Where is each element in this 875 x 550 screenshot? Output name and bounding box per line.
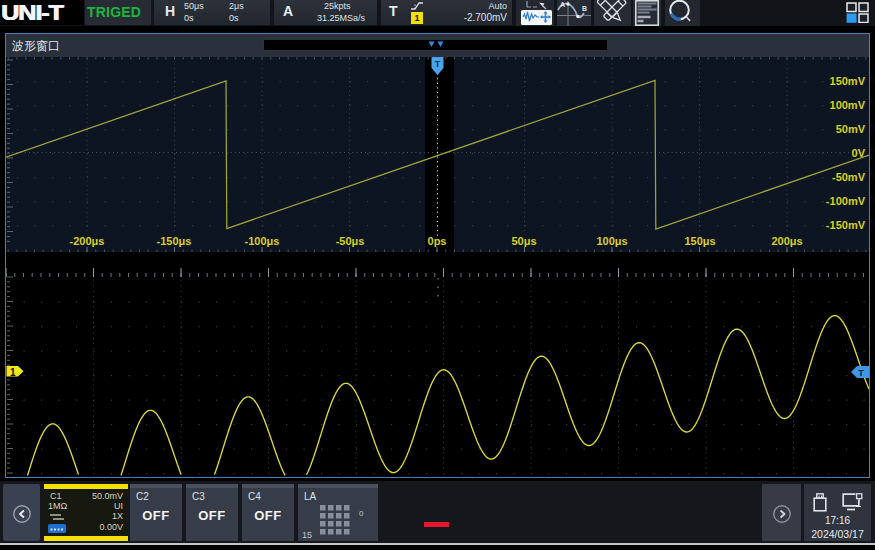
- svg-text:50mV: 50mV: [836, 123, 866, 135]
- svg-text:B: B: [582, 5, 587, 12]
- svg-text:200μs: 200μs: [771, 235, 802, 247]
- svg-text:-200μs: -200μs: [70, 235, 105, 247]
- svg-text:-100mV: -100mV: [826, 195, 866, 207]
- svg-text:-100μs: -100μs: [245, 235, 280, 247]
- svg-text:T: T: [435, 59, 441, 69]
- svg-text:150μs: 150μs: [684, 235, 715, 247]
- svg-text:-150μs: -150μs: [157, 235, 192, 247]
- svg-text:50μs: 50μs: [511, 235, 536, 247]
- svg-text:-50mV: -50mV: [832, 171, 866, 183]
- svg-text:-150mV: -150mV: [826, 219, 866, 231]
- svg-text:-50μs: -50μs: [336, 235, 365, 247]
- svg-text:100μs: 100μs: [596, 235, 627, 247]
- svg-text:0V: 0V: [852, 147, 866, 159]
- svg-text:150mV: 150mV: [830, 75, 866, 87]
- svg-text:1: 1: [10, 367, 16, 378]
- svg-text:100mV: 100mV: [830, 99, 866, 111]
- svg-text:0ps: 0ps: [428, 235, 447, 247]
- svg-text:A: A: [560, 1, 565, 8]
- svg-text:T: T: [858, 368, 864, 378]
